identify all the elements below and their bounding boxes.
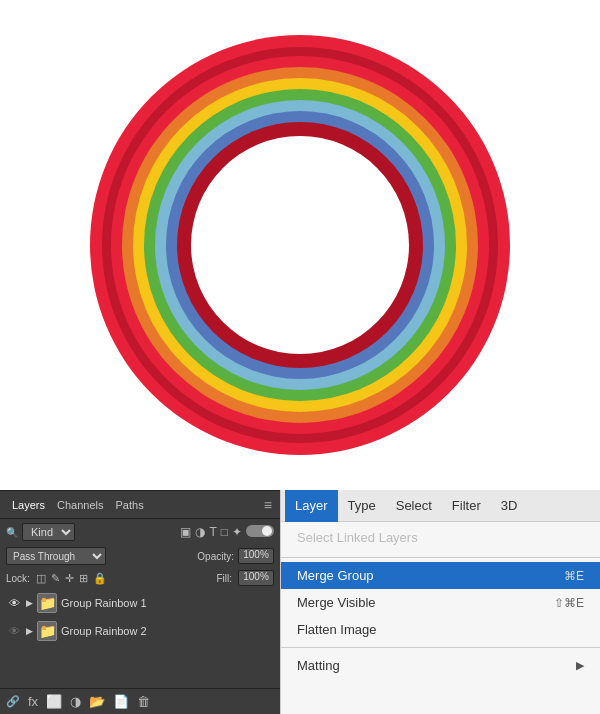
layer-name: Group Rainbow 2 bbox=[61, 625, 274, 637]
adjustment-icon[interactable]: ◑ bbox=[70, 694, 81, 709]
menu-item-3d[interactable]: 3D bbox=[491, 490, 528, 522]
layer-expand-arrow[interactable]: ▶ bbox=[26, 626, 33, 636]
eye-icon[interactable]: 👁 bbox=[6, 623, 22, 639]
menu-item-type[interactable]: Type bbox=[338, 490, 386, 522]
filter-shape-icon[interactable]: □ bbox=[221, 525, 228, 539]
menu-item-select[interactable]: Select bbox=[386, 490, 442, 522]
group-layers-icon[interactable]: 📂 bbox=[89, 694, 105, 709]
layer-thumbnail: 📁 bbox=[37, 593, 57, 613]
fill-value[interactable]: 100% bbox=[238, 570, 274, 586]
lock-all-icon[interactable]: 🔒 bbox=[93, 572, 107, 585]
menu-flatten-image[interactable]: Flatten Image bbox=[281, 616, 600, 643]
opacity-value[interactable]: 100% bbox=[238, 548, 274, 564]
menu-merge-group[interactable]: Merge Group ⌘E bbox=[281, 562, 600, 589]
layer-item[interactable]: 👁 ▶ 📁 Group Rainbow 2 bbox=[0, 617, 280, 645]
eye-icon[interactable]: 👁 bbox=[6, 595, 22, 611]
menu-item-filter[interactable]: Filter bbox=[442, 490, 491, 522]
link-layers-icon[interactable]: 🔗 bbox=[6, 695, 20, 708]
menu-matting[interactable]: Matting ▶ bbox=[281, 652, 600, 679]
fx-icon[interactable]: fx bbox=[28, 694, 38, 709]
canvas-area bbox=[0, 0, 600, 490]
filter-pixel-icon[interactable]: ▣ bbox=[180, 525, 191, 539]
menu-bar: Layer Type Select Filter 3D bbox=[281, 490, 600, 522]
menu-panel: Layer Type Select Filter 3D Select Linke… bbox=[280, 490, 600, 714]
layer-expand-arrow[interactable]: ▶ bbox=[26, 598, 33, 608]
tab-paths[interactable]: Paths bbox=[112, 497, 148, 513]
fill-label: Fill: bbox=[216, 573, 232, 584]
menu-merge-visible-shortcut: ⇧⌘E bbox=[554, 596, 584, 610]
filter-toggle[interactable] bbox=[246, 525, 274, 537]
lock-pixels-icon[interactable]: ✎ bbox=[51, 572, 60, 585]
blend-mode-select[interactable]: Pass Through bbox=[6, 547, 106, 565]
filter-icons: ▣ ◑ T □ ✦ bbox=[180, 525, 274, 539]
lock-label: Lock: bbox=[6, 573, 30, 584]
menu-divider-2 bbox=[281, 647, 600, 648]
menu-matting-label: Matting bbox=[297, 658, 340, 673]
new-layer-icon[interactable]: 📄 bbox=[113, 694, 129, 709]
menu-dropdown: Select Linked Layers Merge Group ⌘E Merg… bbox=[281, 522, 600, 714]
lock-position-icon[interactable]: ✛ bbox=[65, 572, 74, 585]
ring-center bbox=[191, 136, 409, 354]
tab-channels[interactable]: Channels bbox=[53, 497, 107, 513]
filter-adjustment-icon[interactable]: ◑ bbox=[195, 525, 205, 539]
layers-menu-icon[interactable]: ≡ bbox=[264, 497, 272, 513]
layers-panel: Layers Channels Paths ≡ 🔍 Kind ▣ ◑ T □ ✦… bbox=[0, 490, 280, 714]
delete-layer-icon[interactable]: 🗑 bbox=[137, 694, 150, 709]
opacity-label: Opacity: bbox=[197, 551, 234, 562]
layer-item[interactable]: 👁 ▶ 📁 Group Rainbow 1 bbox=[0, 589, 280, 617]
layer-name: Group Rainbow 1 bbox=[61, 597, 274, 609]
layers-tabs: Layers Channels Paths ≡ bbox=[0, 491, 280, 519]
layer-thumbnail: 📁 bbox=[37, 621, 57, 641]
filter-type-icon[interactable]: T bbox=[209, 525, 216, 539]
menu-flatten-image-label: Flatten Image bbox=[297, 622, 377, 637]
tab-layers[interactable]: Layers bbox=[8, 497, 49, 513]
filter-smart-icon[interactable]: ✦ bbox=[232, 525, 242, 539]
folder-icon: 📁 bbox=[39, 595, 56, 611]
lock-icons: ◫ ✎ ✛ ⊞ 🔒 bbox=[36, 572, 107, 585]
layer-mask-icon[interactable]: ⬜ bbox=[46, 694, 62, 709]
lock-artboard-icon[interactable]: ⊞ bbox=[79, 572, 88, 585]
lock-transparent-icon[interactable]: ◫ bbox=[36, 572, 46, 585]
menu-divider bbox=[281, 557, 600, 558]
search-icon: 🔍 bbox=[6, 527, 18, 538]
blend-mode-row: Pass Through Opacity: 100% bbox=[0, 545, 280, 567]
menu-merge-group-label: Merge Group bbox=[297, 568, 374, 583]
kind-select[interactable]: Kind bbox=[22, 523, 75, 541]
layers-bottom-bar: 🔗 fx ⬜ ◑ 📂 📄 🗑 bbox=[0, 688, 280, 714]
menu-matting-arrow: ▶ bbox=[576, 659, 584, 672]
layers-list: 👁 ▶ 📁 Group Rainbow 1 👁 ▶ 📁 Group Rainbo… bbox=[0, 589, 280, 688]
folder-icon: 📁 bbox=[39, 623, 56, 639]
lock-row: Lock: ◫ ✎ ✛ ⊞ 🔒 Fill: 100% bbox=[0, 567, 280, 589]
menu-merge-visible-label: Merge Visible bbox=[297, 595, 376, 610]
menu-item-layer[interactable]: Layer bbox=[285, 490, 338, 522]
menu-select-linked: Select Linked Layers bbox=[281, 522, 600, 553]
menu-merge-group-shortcut: ⌘E bbox=[564, 569, 584, 583]
rainbow-ring bbox=[90, 35, 510, 455]
bottom-panel: Layers Channels Paths ≡ 🔍 Kind ▣ ◑ T □ ✦… bbox=[0, 490, 600, 714]
menu-merge-visible[interactable]: Merge Visible ⇧⌘E bbox=[281, 589, 600, 616]
filter-row: 🔍 Kind ▣ ◑ T □ ✦ bbox=[0, 519, 280, 545]
